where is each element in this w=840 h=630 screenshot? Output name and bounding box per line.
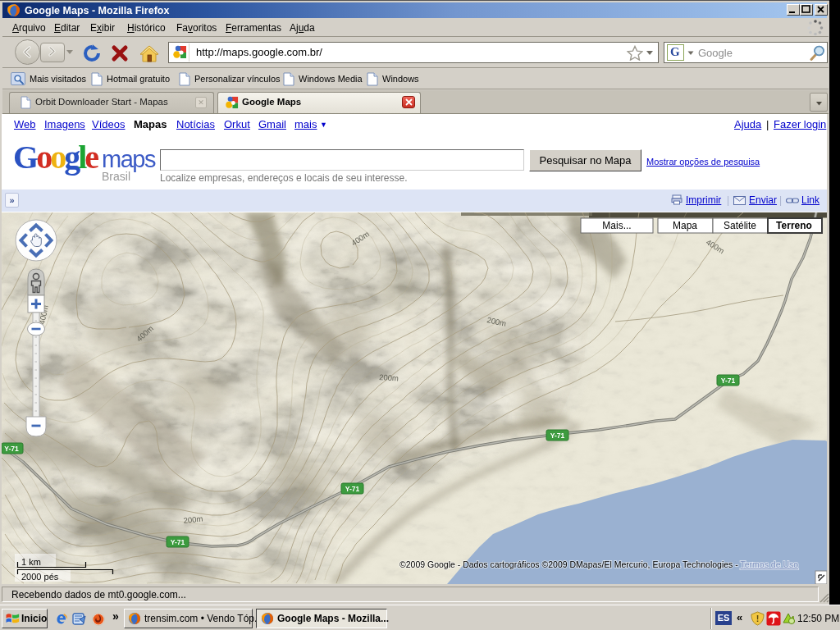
svg-text:©2009 Google - Dados cartográf: ©2009 Google - Dados cartográficos ©2009…	[399, 559, 798, 569]
svg-text:200m: 200m	[379, 372, 399, 383]
svg-text:Y-71: Y-71	[345, 485, 360, 493]
svg-text:Y-71: Y-71	[550, 431, 565, 440]
svg-text:1 km: 1 km	[21, 557, 41, 567]
svg-text:Y-71: Y-71	[4, 445, 19, 453]
svg-text:Terreno: Terreno	[776, 220, 812, 231]
svg-text:Y-71: Y-71	[171, 538, 185, 546]
svg-text:Mapa: Mapa	[673, 220, 697, 231]
svg-text:!: !	[756, 614, 760, 623]
svg-text:Mais...: Mais...	[602, 220, 631, 231]
svg-text:Y-71: Y-71	[721, 377, 736, 385]
svg-text:Satélite: Satélite	[724, 220, 756, 231]
svg-text:2000 pés: 2000 pés	[21, 572, 59, 582]
